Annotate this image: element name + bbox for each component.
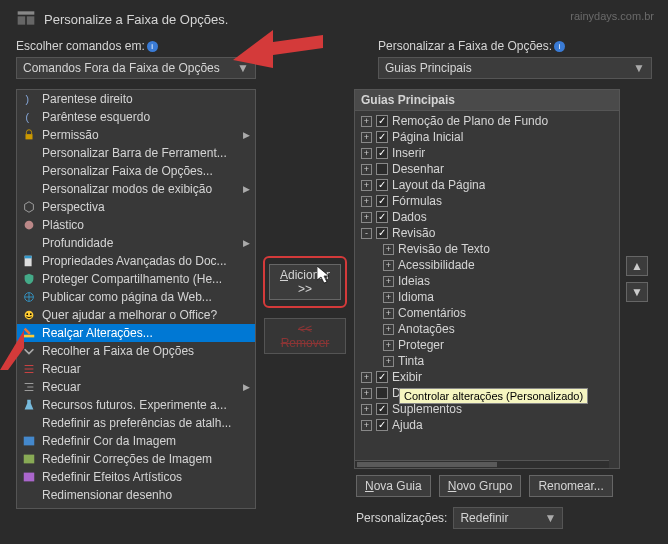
reset-dropdown[interactable]: Redefinir▼ (453, 507, 563, 529)
tree-node[interactable]: +Página Inicial (355, 129, 619, 145)
command-item[interactable]: Recursos futuros. Experimente a... (17, 396, 255, 414)
tree-toggle[interactable]: + (383, 292, 394, 303)
add-button[interactable]: Adicionar >> (269, 264, 341, 300)
move-up-button[interactable]: ▲ (626, 256, 648, 276)
command-item[interactable]: Propriedades Avançadas do Doc... (17, 252, 255, 270)
checkbox[interactable] (376, 403, 388, 415)
tree-label: Acessibilidade (398, 258, 475, 272)
tree-toggle[interactable]: + (383, 324, 394, 335)
checkbox[interactable] (376, 227, 388, 239)
choose-commands-dropdown[interactable]: Comandos Fora da Faixa de Opções▼ (16, 57, 256, 79)
tree-node[interactable]: +Exibir (355, 369, 619, 385)
move-down-button[interactable]: ▼ (626, 282, 648, 302)
checkbox[interactable] (376, 211, 388, 223)
command-item[interactable]: Redefinir Efeitos Artísticos (17, 468, 255, 486)
checkbox[interactable] (376, 131, 388, 143)
tree-toggle[interactable]: + (361, 180, 372, 191)
command-item[interactable]: )Parentese direito (17, 90, 255, 108)
command-item[interactable]: Profundidade▶ (17, 234, 255, 252)
tree-node[interactable]: -Revisão (355, 225, 619, 241)
checkbox[interactable] (376, 179, 388, 191)
blank-icon (21, 163, 37, 179)
tree-node[interactable]: +Desenhar (355, 161, 619, 177)
tree-toggle[interactable]: + (361, 404, 372, 415)
command-item[interactable]: Personalizar modos de exibição▶ (17, 180, 255, 198)
tree-node[interactable]: +Remoção de Plano de Fundo (355, 113, 619, 129)
ribbon-tree[interactable]: Guias Principais +Remoção de Plano de Fu… (354, 89, 620, 469)
shield-icon (21, 271, 37, 287)
tree-toggle[interactable]: + (361, 212, 372, 223)
tree-node[interactable]: +Acessibilidade (355, 257, 619, 273)
tree-toggle[interactable]: + (383, 356, 394, 367)
command-item[interactable]: Redefinir Correções de Imagem (17, 450, 255, 468)
tree-node[interactable]: +Proteger (355, 337, 619, 353)
tree-node[interactable]: +Revisão de Texto (355, 241, 619, 257)
tree-node[interactable]: +Ideias (355, 273, 619, 289)
command-item[interactable]: Plástico (17, 216, 255, 234)
tree-toggle[interactable]: + (383, 276, 394, 287)
command-item[interactable]: Permissão▶ (17, 126, 255, 144)
info-icon: i (147, 41, 158, 52)
tree-node[interactable]: +Ajuda (355, 417, 619, 433)
command-item[interactable]: Personalizar Faixa de Opções... (17, 162, 255, 180)
command-label: Perspectiva (42, 200, 251, 214)
command-item[interactable]: Quer ajudar a melhorar o Office? (17, 306, 255, 324)
tree-toggle[interactable]: + (383, 244, 394, 255)
tree-toggle[interactable]: + (383, 260, 394, 271)
command-item[interactable]: Recuar▶ (17, 378, 255, 396)
tree-item-selected[interactable]: Controlar alterações (Personalizado) (399, 388, 588, 404)
commands-list[interactable]: )Parentese direito(Parêntese esquerdoPer… (16, 89, 256, 509)
tree-toggle[interactable]: + (361, 372, 372, 383)
scrollbar-horizontal[interactable] (355, 460, 609, 468)
command-item[interactable]: Perspectiva (17, 198, 255, 216)
tree-node[interactable]: +Inserir (355, 145, 619, 161)
tree-toggle[interactable]: - (361, 228, 372, 239)
plastic-icon (21, 217, 37, 233)
command-item[interactable]: Proteger Compartilhamento (He... (17, 270, 255, 288)
command-item[interactable]: Publicar como página da Web... (17, 288, 255, 306)
command-item[interactable]: (Parêntese esquerdo (17, 108, 255, 126)
command-item[interactable]: Redimensionar desenho (17, 486, 255, 504)
blank-icon (21, 145, 37, 161)
command-label: Parêntese esquerdo (42, 110, 251, 124)
command-label: Propriedades Avançadas do Doc... (42, 254, 251, 268)
tree-toggle[interactable]: + (383, 308, 394, 319)
tree-toggle[interactable]: + (361, 116, 372, 127)
tree-node[interactable]: +Layout da Página (355, 177, 619, 193)
tree-toggle[interactable]: + (361, 132, 372, 143)
customize-ribbon-dropdown[interactable]: Guias Principais▼ (378, 57, 652, 79)
tree-node[interactable]: +Comentários (355, 305, 619, 321)
tree-node[interactable]: +Dados (355, 209, 619, 225)
new-tab-button[interactable]: Nova Guia (356, 475, 431, 497)
command-item[interactable]: Reduzir (17, 504, 255, 509)
checkbox[interactable] (376, 115, 388, 127)
tree-toggle[interactable]: + (361, 388, 372, 399)
command-item[interactable]: Recolher a Faixa de Opções (17, 342, 255, 360)
chevron-down-icon: ▼ (237, 61, 249, 75)
checkbox[interactable] (376, 147, 388, 159)
tree-toggle[interactable]: + (361, 148, 372, 159)
command-item[interactable]: Realçar Alterações... (17, 324, 255, 342)
command-item[interactable]: Redefinir as preferências de atalh... (17, 414, 255, 432)
ribbon-icon (16, 8, 36, 31)
tree-node[interactable]: +Tinta (355, 353, 619, 369)
tree-toggle[interactable]: + (361, 164, 372, 175)
tree-toggle[interactable]: + (361, 196, 372, 207)
tree-node[interactable]: +Fórmulas (355, 193, 619, 209)
customize-ribbon-label: Personalizar a Faixa de Opções:i (378, 39, 652, 53)
command-item[interactable]: Redefinir Cor da Imagem (17, 432, 255, 450)
checkbox[interactable] (376, 163, 388, 175)
checkbox[interactable] (376, 371, 388, 383)
remove-button[interactable]: << Remover (264, 318, 346, 354)
checkbox[interactable] (376, 419, 388, 431)
checkbox[interactable] (376, 387, 388, 399)
rename-button[interactable]: Renomear... (529, 475, 612, 497)
tree-node[interactable]: +Idioma (355, 289, 619, 305)
command-item[interactable]: Personalizar Barra de Ferrament... (17, 144, 255, 162)
new-group-button[interactable]: Novo Grupo (439, 475, 522, 497)
command-item[interactable]: Recuar (17, 360, 255, 378)
checkbox[interactable] (376, 195, 388, 207)
tree-toggle[interactable]: + (361, 420, 372, 431)
tree-node[interactable]: +Anotações (355, 321, 619, 337)
tree-toggle[interactable]: + (383, 340, 394, 351)
